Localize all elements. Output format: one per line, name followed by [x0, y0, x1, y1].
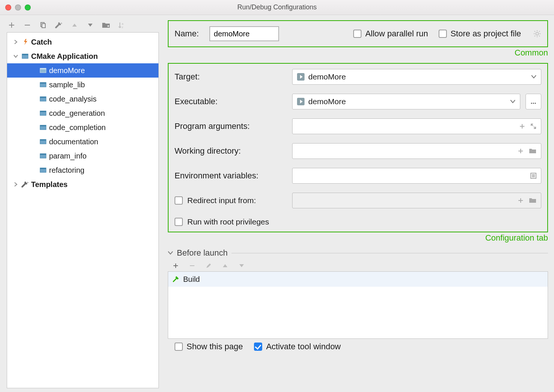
tree-group-catch[interactable]: Catch	[7, 35, 158, 49]
name-label: Name:	[175, 29, 199, 39]
svg-rect-7	[40, 68, 46, 69]
cmake-icon	[39, 109, 47, 117]
svg-rect-9	[40, 82, 46, 84]
titlebar: Run/Debug Configurations	[0, 0, 554, 15]
svg-rect-11	[40, 97, 46, 98]
add-icon[interactable]	[7, 21, 16, 29]
tree-item-param-info[interactable]: param_info	[7, 149, 158, 163]
expand-icon[interactable]	[530, 123, 536, 129]
tree-item-demomore[interactable]: demoMore	[7, 63, 158, 78]
target-label: Target:	[175, 72, 287, 82]
right-panel: Name: Allow parallel run Store as projec…	[165, 15, 554, 392]
cmake-icon	[39, 138, 47, 145]
tree-item-label: sample_lib	[49, 81, 85, 89]
before-launch-title: Before launch	[177, 248, 228, 258]
left-toolbar: az	[7, 19, 159, 32]
target-value: demoMore	[308, 72, 346, 81]
add-icon[interactable]	[519, 123, 525, 129]
svg-rect-13	[40, 111, 46, 112]
store-project-checkbox[interactable]: Store as project file	[439, 29, 521, 39]
add-icon	[518, 197, 524, 203]
run-target-icon	[297, 73, 305, 81]
svg-text:a: a	[122, 22, 124, 25]
move-down-icon[interactable]	[86, 21, 94, 29]
tree-item-code-completion[interactable]: code_completion	[7, 120, 158, 135]
tree-item-label: documentation	[49, 138, 98, 146]
env-label: Environment variables:	[175, 171, 287, 181]
allow-parallel-checkbox[interactable]: Allow parallel run	[353, 29, 428, 39]
before-launch-list[interactable]: Build	[168, 271, 548, 339]
folder-icon[interactable]	[529, 148, 536, 154]
config-tree[interactable]: Catch CMake Application demoMore	[7, 32, 159, 388]
window-title: Run/Debug Configurations	[237, 3, 317, 11]
window-controls	[5, 4, 31, 10]
common-caption: Common	[168, 48, 548, 58]
wrench-icon[interactable]	[55, 21, 63, 29]
redirect-input-checkbox[interactable]: Redirect input from:	[175, 196, 287, 205]
chevron-right-icon	[12, 40, 19, 44]
save-folder-icon[interactable]	[102, 21, 110, 29]
wrench-icon	[21, 181, 29, 188]
config-panel: Target: demoMore Executable: demoMore	[168, 63, 548, 232]
args-input[interactable]	[292, 118, 541, 134]
tree-item-code-generation[interactable]: code_generation	[7, 106, 158, 120]
chevron-down-icon[interactable]	[168, 251, 173, 255]
activate-tool-window-checkbox[interactable]: Activate tool window	[254, 342, 340, 352]
cmake-icon	[39, 152, 47, 160]
add-icon[interactable]	[518, 148, 524, 154]
gear-icon[interactable]	[533, 30, 541, 38]
tree-item-label: demoMore	[49, 66, 85, 75]
redirect-label: Redirect input from:	[187, 196, 256, 205]
target-dropdown[interactable]: demoMore	[292, 69, 541, 85]
env-input[interactable]	[292, 168, 541, 184]
folder-icon	[529, 197, 536, 203]
cmake-icon	[21, 52, 29, 60]
executable-dropdown[interactable]: demoMore	[292, 94, 520, 109]
svg-text:z: z	[122, 25, 123, 29]
common-panel: Name: Allow parallel run Store as projec…	[168, 20, 548, 47]
before-launch-section: Before launch Build	[168, 248, 548, 352]
zoom-window-button[interactable]	[25, 4, 31, 10]
tree-item-sample-lib[interactable]: sample_lib	[7, 78, 158, 92]
tree-item-documentation[interactable]: documentation	[7, 135, 158, 149]
show-this-page-label: Show this page	[187, 342, 243, 352]
remove-icon[interactable]	[23, 21, 31, 29]
root-label: Run with root privileges	[187, 217, 269, 226]
activate-tool-window-label: Activate tool window	[266, 342, 340, 352]
move-up-icon[interactable]	[221, 262, 229, 270]
tree-group-label: Templates	[31, 180, 67, 189]
list-icon[interactable]	[530, 173, 536, 179]
copy-icon[interactable]	[39, 21, 47, 29]
show-this-page-checkbox[interactable]: Show this page	[175, 342, 243, 352]
tree-group-cmake[interactable]: CMake Application	[7, 49, 158, 63]
remove-icon[interactable]	[188, 262, 196, 270]
chevron-down-icon	[12, 54, 19, 58]
tree-item-label: code_generation	[49, 109, 105, 118]
hammer-icon	[172, 275, 179, 283]
edit-icon[interactable]	[205, 262, 213, 270]
catch-icon	[21, 38, 29, 46]
close-window-button[interactable]	[5, 4, 11, 10]
name-input[interactable]	[209, 26, 279, 41]
executable-value: demoMore	[308, 97, 346, 106]
sort-alpha-icon[interactable]: az	[118, 21, 126, 29]
svg-rect-17	[40, 139, 46, 141]
svg-rect-15	[40, 125, 46, 126]
before-launch-item-build[interactable]: Build	[168, 272, 548, 287]
move-down-icon[interactable]	[237, 262, 246, 270]
add-icon[interactable]	[172, 262, 180, 270]
config-caption: Configuration tab	[168, 233, 548, 243]
svg-rect-5	[22, 54, 28, 55]
tree-item-refactoring[interactable]: refactoring	[7, 163, 158, 177]
minimize-window-button[interactable]	[15, 4, 21, 10]
executable-browse-button[interactable]: ...	[526, 94, 541, 109]
tree-item-label: param_info	[49, 152, 87, 160]
before-launch-toolbar	[168, 258, 548, 271]
tree-item-code-analysis[interactable]: code_analysis	[7, 92, 158, 106]
tree-group-templates[interactable]: Templates	[7, 177, 158, 192]
move-up-icon[interactable]	[70, 21, 79, 29]
args-label: Program arguments:	[175, 121, 287, 131]
root-privileges-checkbox[interactable]: Run with root privileges	[175, 217, 541, 226]
tree-item-label: code_analysis	[49, 95, 97, 103]
workdir-input[interactable]	[292, 143, 541, 159]
